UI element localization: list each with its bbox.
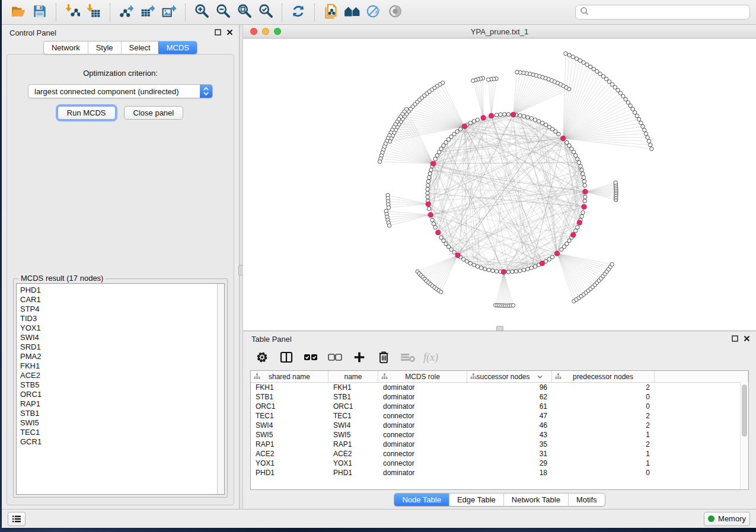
tab-motifs[interactable]: Motifs <box>568 493 605 506</box>
cell-shared-name: YOX1 <box>251 459 328 468</box>
mcds-result-node[interactable]: ORC1 <box>17 390 224 399</box>
zoom-selected-button[interactable] <box>255 2 276 23</box>
mcds-result-title: MCDS result (17 nodes) <box>18 274 106 283</box>
import-network-file-button[interactable] <box>62 2 83 23</box>
automation-panel-button[interactable] <box>8 512 25 526</box>
cell-successor-nodes: 29 <box>467 459 552 468</box>
table-row[interactable]: SWI4SWI4dominator462 <box>251 421 748 430</box>
mcds-result-node[interactable]: STP4 <box>17 305 224 314</box>
cell-predecessor-nodes: 2 <box>552 383 655 392</box>
mcds-result-node[interactable]: YOX1 <box>17 323 224 333</box>
mcds-result-node[interactable]: GCR1 <box>17 437 224 447</box>
cell-predecessor-nodes: 1 <box>552 430 655 440</box>
settings-button[interactable] <box>254 351 270 366</box>
close-panel-icon[interactable] <box>744 335 750 344</box>
open-file-button[interactable] <box>8 2 29 23</box>
memory-button[interactable]: Memory <box>704 512 750 526</box>
tab-node-table[interactable]: Node Table <box>394 493 449 506</box>
network-canvas[interactable] <box>243 39 756 331</box>
cell-name: SWI4 <box>328 421 378 430</box>
control-panel-title: Control Panel <box>9 28 56 37</box>
clone-network-button[interactable] <box>320 2 342 23</box>
tab-mcds[interactable]: MCDS <box>158 41 197 54</box>
column-header-mcds-role[interactable]: MCDS role <box>378 371 467 382</box>
cell-filler <box>655 430 748 440</box>
column-header-name[interactable]: name <box>328 371 378 382</box>
table-row[interactable]: SWI5SWI5connector431 <box>251 430 748 440</box>
mcds-result-list[interactable]: PHD1CAR1STP4TID3YOX1SWI4SRD1PMA2FKH1ACE2… <box>16 283 225 495</box>
result-list-scrollbar[interactable] <box>217 284 224 494</box>
export-network-button[interactable] <box>116 2 137 23</box>
import-table-file-button[interactable] <box>83 2 104 23</box>
cell-predecessor-nodes: 1 <box>552 449 655 459</box>
main-toolbar <box>2 0 756 25</box>
table-row[interactable]: YOX1YOX1connector291 <box>251 459 748 468</box>
cell-name: RAP1 <box>328 440 378 449</box>
optimization-criterion-select[interactable]: largest connected component (undirected) <box>28 84 213 98</box>
float-panel-icon[interactable] <box>732 335 738 344</box>
tab-select[interactable]: Select <box>121 41 158 54</box>
save-session-button[interactable] <box>29 2 50 23</box>
window-minimize-button[interactable] <box>262 28 269 35</box>
float-panel-icon[interactable] <box>215 28 221 37</box>
tab-network[interactable]: Network <box>44 41 88 54</box>
tab-edge-table[interactable]: Edge Table <box>449 493 503 506</box>
mcds-result-node[interactable]: CAR1 <box>17 295 224 305</box>
horizontal-splitter-grip[interactable] <box>496 326 503 331</box>
column-header-predecessor-nodes[interactable]: predecessor nodes <box>552 371 655 382</box>
window-close-button[interactable] <box>250 28 257 35</box>
add-row-icon <box>353 351 366 366</box>
column-header-shared-name[interactable]: shared name <box>251 371 328 382</box>
toggle-columns-button[interactable] <box>279 351 294 366</box>
toggle-birds-eye-button[interactable] <box>384 2 406 23</box>
mcds-result-node[interactable]: TEC1 <box>17 428 224 437</box>
table-row[interactable]: PHD1PHD1dominator180 <box>251 468 748 477</box>
select-all-button[interactable] <box>303 351 318 366</box>
table-row[interactable]: FKH1FKH1dominator962 <box>251 383 748 392</box>
cell-mcds-role: connector <box>378 430 467 440</box>
mcds-result-node[interactable]: FKH1 <box>17 361 224 371</box>
mcds-result-node[interactable]: PMA2 <box>17 352 224 361</box>
close-panel-icon[interactable] <box>227 28 233 37</box>
mcds-result-node[interactable]: PHD1 <box>17 286 224 295</box>
refresh-view-button[interactable] <box>288 2 309 23</box>
zoom-in-button[interactable] <box>191 2 212 23</box>
vertical-splitter[interactable] <box>239 25 243 509</box>
table-row[interactable]: ORC1ORC1dominator610 <box>251 402 748 411</box>
network-overview-button[interactable] <box>342 2 363 23</box>
window-zoom-button[interactable] <box>274 28 281 35</box>
search-box[interactable] <box>575 5 750 20</box>
mcds-result-node[interactable]: ACE2 <box>17 371 224 380</box>
mcds-result-node[interactable]: STB5 <box>17 380 224 390</box>
zoom-fit-content-button[interactable] <box>234 2 255 23</box>
cell-name: STB1 <box>328 392 378 402</box>
network-graph[interactable] <box>243 39 756 331</box>
table-scrollbar-thumb[interactable] <box>742 384 747 437</box>
mcds-result-node[interactable]: SWI4 <box>17 333 224 342</box>
toggle-annotations-button[interactable] <box>363 2 384 23</box>
cell-predecessor-nodes: 0 <box>552 402 655 411</box>
table-row[interactable]: ACE2ACE2connector311 <box>251 449 748 459</box>
mcds-result-node[interactable]: STB1 <box>17 409 224 418</box>
deselect-all-button[interactable] <box>327 351 343 366</box>
table-row[interactable]: TEC1TEC1connector472 <box>251 411 748 421</box>
export-table-button[interactable] <box>137 2 158 23</box>
tab-network-table[interactable]: Network Table <box>503 493 568 506</box>
table-row[interactable]: STB1STB1dominator620 <box>251 392 748 402</box>
mcds-result-node[interactable]: RAP1 <box>17 399 224 409</box>
add-row-button[interactable] <box>352 351 367 366</box>
mcds-result-node[interactable]: SWI5 <box>17 418 224 428</box>
close-panel-button[interactable]: Close panel <box>124 106 184 120</box>
column-header-successor-nodes[interactable]: successor nodes <box>467 371 552 382</box>
table-scrollbar[interactable] <box>740 382 748 489</box>
run-mcds-button[interactable]: Run MCDS <box>58 106 116 120</box>
table-row[interactable]: RAP1RAP1dominator352 <box>251 440 748 449</box>
mcds-result-node[interactable]: SRD1 <box>17 342 224 352</box>
zoom-out-button[interactable] <box>212 2 234 23</box>
zoom-out-icon <box>215 3 231 21</box>
search-input[interactable] <box>589 7 745 17</box>
mcds-result-node[interactable]: TID3 <box>17 314 224 323</box>
tab-style[interactable]: Style <box>88 41 121 54</box>
delete-rows-button[interactable] <box>376 351 391 366</box>
export-image-button[interactable] <box>158 2 180 23</box>
